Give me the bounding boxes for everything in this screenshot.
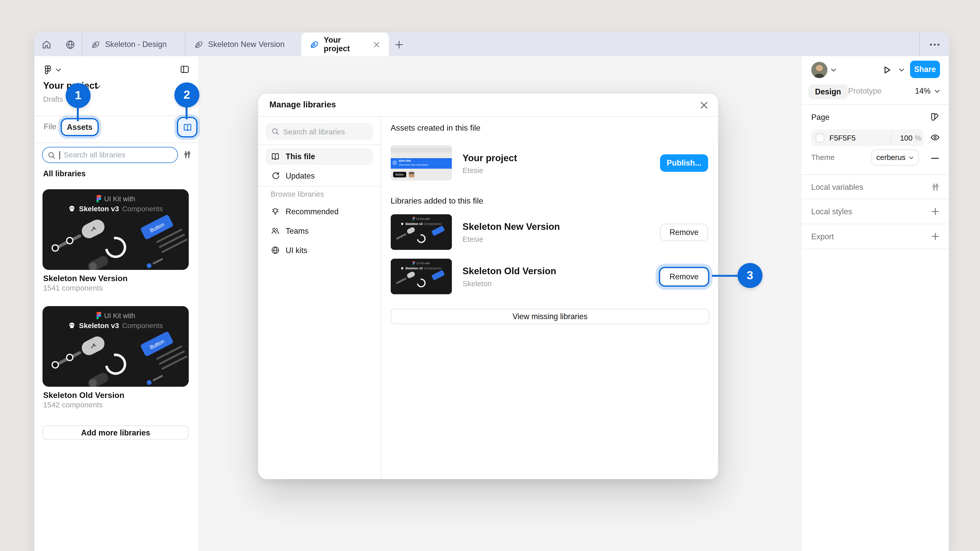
callout-2-stem	[186, 107, 187, 119]
tab-label: Skeleton New Version	[208, 40, 285, 49]
search-input[interactable]	[64, 151, 172, 159]
globe-icon	[270, 245, 280, 255]
deco-checkbox	[146, 374, 164, 386]
library-search[interactable]	[42, 147, 178, 163]
library-components-count: 1542 components	[43, 400, 103, 409]
close-tab-icon[interactable]	[373, 41, 380, 48]
nav-recommended[interactable]: Recommended	[266, 203, 373, 220]
theme-dropdown[interactable]: cerberus	[871, 149, 919, 165]
publish-button[interactable]: Publish...	[660, 154, 708, 172]
fill-hex-value[interactable]: F5F5F5	[829, 133, 891, 142]
figma-logo-menu[interactable]	[43, 63, 52, 76]
swatchbook-icon[interactable]	[930, 112, 940, 122]
figma-color-logo-icon	[96, 195, 101, 202]
figma-color-logo-icon	[413, 217, 415, 221]
tab-skeleton-new-version[interactable]: Skeleton New Version	[186, 32, 301, 56]
add-more-libraries-button[interactable]: Add more libraries	[43, 426, 189, 440]
view-missing-libraries-button[interactable]: View missing libraries	[391, 309, 710, 324]
zoom-control[interactable]: 14%	[915, 87, 940, 95]
modal-search-input[interactable]	[283, 127, 380, 136]
deco-slider	[50, 347, 85, 370]
figma-color-logo-icon	[96, 312, 101, 319]
nav-this-file[interactable]: This file	[266, 148, 373, 165]
chevron-down-icon[interactable]	[56, 68, 61, 72]
thumb-button-chip: Button	[393, 171, 406, 177]
local-styles-header[interactable]: Local styles	[811, 207, 852, 216]
export-header[interactable]: Export	[811, 232, 834, 241]
community-tab[interactable]	[58, 32, 82, 56]
figma-file-icon	[194, 40, 203, 49]
users-icon	[270, 226, 280, 236]
deco-checkbox	[146, 257, 164, 268]
tab-assets[interactable]: Assets	[62, 119, 97, 135]
skull-icon	[401, 266, 404, 269]
home-tab[interactable]	[35, 32, 58, 56]
new-tab-button[interactable]	[394, 32, 404, 56]
deco-slider	[50, 230, 85, 253]
library-name: Skeleton New Version	[43, 274, 127, 283]
remove-button-skeleton-new[interactable]: Remove	[660, 224, 708, 241]
present-play-icon[interactable]	[881, 64, 892, 76]
remove-button-skeleton-old[interactable]: Remove	[660, 268, 708, 286]
modal-title: Manage libraries	[269, 100, 336, 110]
minus-icon[interactable]	[930, 153, 940, 163]
divider	[801, 224, 949, 224]
theme-value: cerberus	[877, 153, 905, 162]
modal-search[interactable]	[266, 123, 373, 140]
skull-icon	[68, 322, 76, 329]
callout-3-connector	[712, 275, 738, 276]
avatar[interactable]	[811, 62, 828, 78]
eye-icon[interactable]	[930, 132, 940, 142]
library-card-skeleton-old[interactable]: UI Kit with Skeleton v3Components Button	[43, 306, 189, 387]
plus-icon[interactable]	[930, 231, 940, 241]
browser-tab-bar: Skeleton - Design Skeleton New Version Y…	[35, 32, 949, 56]
fill-opacity-value[interactable]: 100	[891, 133, 912, 142]
page-section-label[interactable]: Page	[811, 113, 830, 122]
deco-toggle	[86, 254, 110, 270]
page-fill-field[interactable]: F5F5F5 100 %	[811, 129, 924, 146]
nav-updates[interactable]: Updates	[266, 167, 373, 184]
library-thumbnail: UI Kit with Skeleton v3Components	[391, 214, 452, 250]
tab-prototype[interactable]: Prototype	[848, 87, 881, 95]
divider	[258, 186, 380, 187]
project-location: Drafts	[43, 95, 63, 103]
divider	[801, 249, 949, 249]
tab-file[interactable]: File	[44, 122, 56, 131]
tab-skeleton-design[interactable]: Skeleton - Design	[83, 32, 185, 56]
library-thumbnail: UI Kit with Skeleton v3Components	[391, 259, 452, 294]
filter-sliders-icon[interactable]	[183, 150, 192, 159]
color-swatch[interactable]	[816, 133, 824, 142]
ellipsis-icon	[929, 43, 940, 46]
libraries-book-button[interactable]	[178, 118, 196, 136]
figma-color-logo-icon	[413, 261, 415, 265]
tab-your-project-active[interactable]: Your project	[301, 32, 389, 56]
deco-toggle	[86, 371, 110, 387]
divider	[801, 174, 949, 175]
skull-icon	[401, 222, 404, 225]
browse-libraries-label: Browse libraries	[270, 190, 324, 198]
share-button[interactable]: Share	[910, 61, 940, 78]
modal-body: This file Updates Browse libraries Recom…	[258, 116, 718, 479]
library-row-title: Skeleton Old Version	[463, 265, 556, 276]
chevron-down-icon[interactable]	[95, 85, 100, 89]
zoom-value: 14%	[915, 87, 931, 95]
variables-sliders-icon[interactable]	[930, 182, 940, 192]
chevron-down-icon[interactable]	[899, 68, 904, 72]
library-name: Skeleton Old Version	[43, 391, 124, 400]
chevron-down-icon[interactable]	[831, 68, 836, 72]
tab-design[interactable]: Design	[808, 84, 848, 100]
file-row-owner: Etesie	[463, 166, 484, 175]
plus-icon	[394, 40, 404, 49]
overflow-menu-button[interactable]	[920, 32, 949, 56]
nav-ui-kits[interactable]: UI kits	[266, 242, 373, 259]
plus-icon[interactable]	[930, 206, 940, 216]
chevron-down-icon	[934, 89, 940, 93]
thumb-alert-banner: Alert title Short and clear description	[391, 158, 452, 169]
nav-teams[interactable]: Teams	[266, 222, 373, 239]
right-panel: Share Design Prototype 14% Page F5F5F5 1…	[800, 56, 948, 551]
library-card-skeleton-new[interactable]: UI Kit with Skeleton v3Components Button	[43, 189, 189, 270]
local-variables-header[interactable]: Local variables	[811, 183, 863, 192]
panel-toggle-icon[interactable]	[180, 64, 190, 74]
modal-close-button[interactable]	[698, 99, 710, 110]
tab-label: Your project	[324, 36, 368, 53]
